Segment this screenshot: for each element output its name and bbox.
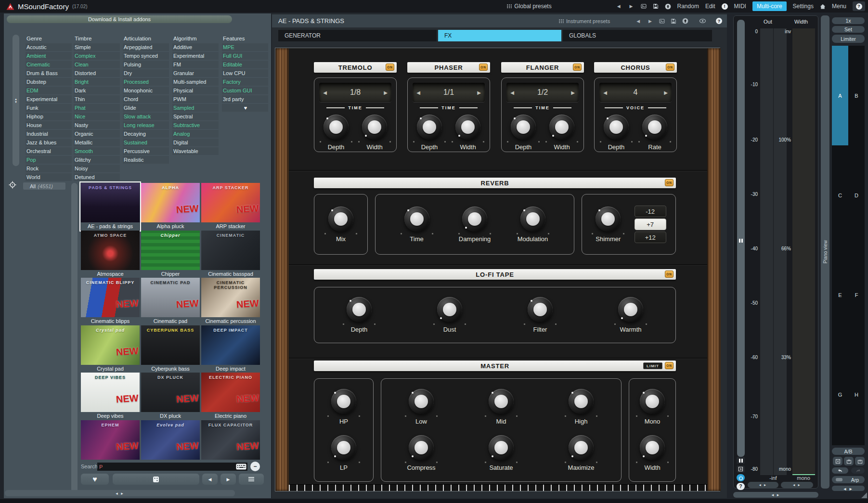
filter-tag-cinematic[interactable]: Cinematic (26, 61, 72, 68)
fx-chorus-value-display[interactable]: ◀4▶ (599, 83, 672, 102)
bank-f[interactable]: F (848, 245, 865, 345)
pause-meters-button[interactable] (737, 457, 745, 464)
knob-dial[interactable] (417, 115, 442, 140)
next-preset-button[interactable]: ▶ (628, 3, 635, 10)
filter-tag-jazz-blues[interactable]: Jazz & blues (26, 139, 72, 146)
filter-tag-percussive[interactable]: Percussive (123, 147, 169, 155)
preset-tile-row6-1[interactable]: Evolve padNEW (141, 420, 200, 460)
filter-scrollbar[interactable]: ▴▾ (13, 35, 19, 166)
meters-power-button[interactable] (737, 474, 745, 481)
filter-tag-industrial[interactable]: Industrial (26, 130, 72, 138)
filter-tag-fm[interactable]: FM (172, 61, 219, 68)
filter-tag-bright[interactable]: Bright (74, 78, 120, 86)
filter-tag-slow-attack[interactable]: Slow attack (123, 113, 169, 120)
midi-button[interactable]: MIDI (734, 3, 746, 10)
knob-dampening[interactable]: Dampening (458, 206, 492, 243)
knob-width[interactable]: Width (358, 115, 391, 151)
oversampling-button[interactable]: 1x (832, 17, 865, 24)
meter-panel-bottom-scrollbar[interactable]: ◂ ▸ (733, 492, 818, 498)
value-next-button[interactable]: ▶ (567, 90, 579, 95)
piano-keys-edge[interactable] (289, 484, 707, 491)
knob-dial[interactable] (489, 389, 514, 414)
filter-tag-sustained[interactable]: Sustained (123, 139, 169, 146)
knob-dial[interactable] (489, 435, 514, 460)
tab-generator[interactable]: GENERATOR (278, 30, 437, 41)
knob-high[interactable]: High (564, 389, 598, 425)
preset-image-icon[interactable] (659, 18, 665, 24)
preset-tile-cinematic-percussion[interactable]: CINEMATIC PERCUSSIONNEWCinematic percuss… (201, 278, 260, 325)
knob-dial[interactable] (362, 115, 387, 140)
knob-depth[interactable]: Depth (319, 115, 353, 151)
filter-tag-dark[interactable]: Dark (74, 87, 120, 94)
filter-tag-rock[interactable]: Rock (26, 165, 72, 172)
global-presets-button[interactable]: Global presets (507, 3, 551, 10)
bank-a[interactable]: A (832, 46, 848, 145)
knob-width[interactable]: Width (451, 115, 485, 151)
filter-tag-editable[interactable]: Editable (222, 61, 268, 68)
filter-tag-multi-sampled[interactable]: Multi-sampled (172, 78, 219, 86)
filter-tag-simple[interactable]: Simple (74, 43, 120, 51)
value-next-button[interactable]: ▶ (660, 90, 672, 95)
knob-mix[interactable]: Mix (324, 206, 358, 243)
left-panel-hscrollbar[interactable]: ◂ ▸ (5, 490, 235, 496)
preset-tile-chipper[interactable]: ChipperChipper (141, 231, 200, 278)
filter-tag-digital[interactable]: Digital (172, 139, 219, 146)
filter-tag-acoustic[interactable]: Acoustic (26, 43, 72, 51)
upload-preset-icon[interactable] (665, 3, 671, 10)
filter-tag-factory[interactable]: Factory (222, 78, 268, 86)
filter-tag-granular[interactable]: Granular (172, 69, 219, 77)
filter-tag-experimental[interactable]: Experimental (172, 52, 219, 60)
filter-tag-pop[interactable]: Pop (26, 156, 72, 164)
knob-saturate[interactable]: Saturate (484, 435, 518, 471)
preset-tile-cyberpunk-bass[interactable]: CYBERPUNK BASSCyberpunk bass (141, 325, 200, 373)
right-column-hscrollbar[interactable]: ◂ ▸ (832, 486, 865, 491)
knob-mono[interactable]: Mono (635, 389, 669, 425)
filter-tag-edm[interactable]: EDM (26, 87, 72, 94)
clear-search-button[interactable]: − (250, 462, 260, 471)
preset-tile-ae-pads-strings[interactable]: PADS & STRINGSAE - pads & strings (81, 183, 140, 230)
value-next-button[interactable]: ▶ (380, 90, 391, 95)
knob-dial[interactable] (520, 206, 545, 232)
filter-tag-physical[interactable]: Physical (172, 87, 219, 94)
save-preset-icon[interactable] (671, 18, 676, 24)
filter-tag-noisy[interactable]: Noisy (74, 165, 120, 172)
filter-tag-processed[interactable]: Processed (123, 78, 169, 86)
knob-depth[interactable]: Depth (506, 115, 540, 151)
filter-tag-wavetable[interactable]: Wavetable (172, 147, 219, 155)
knob-dial[interactable] (462, 206, 487, 232)
knob-dial[interactable] (409, 389, 434, 414)
filter-tag-metallic[interactable]: Metallic (74, 139, 120, 146)
filter-tag-dubstep[interactable]: Dubstep (26, 78, 72, 86)
value-prev-button[interactable]: ◀ (413, 90, 424, 95)
filter-tag-ambient[interactable]: Ambient (26, 52, 72, 60)
limiter-button[interactable]: Limiter (832, 35, 865, 43)
redo-button[interactable] (851, 467, 865, 474)
tab-globals[interactable]: GLOBALS (563, 30, 712, 41)
filter-tag-nasty[interactable]: Nasty (74, 121, 120, 129)
bank-c[interactable]: C (832, 145, 848, 245)
reset-meters-button[interactable] (737, 465, 745, 473)
fx-flanger-value-display[interactable]: ◀1/2▶ (506, 83, 579, 102)
bank-g[interactable]: G (832, 345, 848, 444)
filter-tag-orchestral[interactable]: Orchestral (26, 147, 72, 155)
paste-bank-button[interactable] (855, 457, 865, 465)
value-prev-button[interactable]: ◀ (506, 90, 518, 95)
random-button[interactable]: Random (677, 3, 699, 10)
filter-favorites-item[interactable]: ♥ (222, 104, 268, 112)
copy-bank-button[interactable] (844, 457, 854, 465)
preset-tile-cinematic-basspad[interactable]: CINEMATICCinematic basspad (201, 231, 260, 278)
pitch-button-12[interactable]: +12 (635, 232, 666, 243)
knob-maximize[interactable]: Maximize (564, 435, 598, 471)
filter-tag-tempo-synced[interactable]: Tempo synced (123, 52, 169, 60)
home-icon[interactable] (820, 4, 826, 9)
prev-instrument-preset-button[interactable]: ◀ (635, 18, 641, 25)
knob-mid[interactable]: Mid (484, 389, 518, 425)
favorites-button[interactable]: ♥ (81, 474, 109, 485)
preset-image-icon[interactable] (641, 3, 647, 9)
knob-dial[interactable] (409, 435, 434, 460)
filter-tag-phat[interactable]: Phat (74, 104, 120, 112)
filter-tag-glitchy[interactable]: Glitchy (74, 156, 120, 164)
knob-shimmer[interactable]: Shimmer (591, 206, 625, 243)
prev-preset-button[interactable]: ◀ (616, 3, 622, 10)
preset-tile-crystal-pad[interactable]: Crystal padNEWCrystal pad (81, 325, 140, 373)
